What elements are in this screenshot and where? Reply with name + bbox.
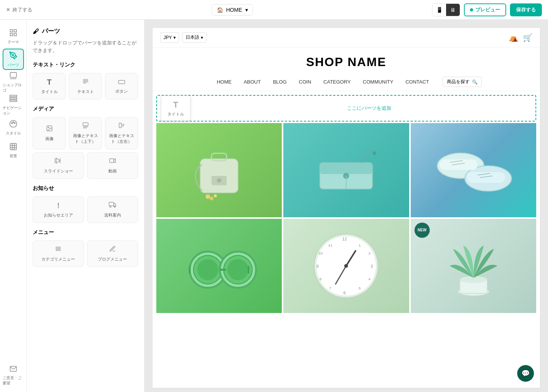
part-item-video[interactable]: 動画 [87,152,138,179]
svg-marker-33 [56,158,60,163]
product-cell-2[interactable] [283,123,409,217]
svg-text:3: 3 [371,264,373,269]
category-menu-icon [55,245,62,254]
product-cell-4[interactable] [156,219,282,313]
parts-grid-media: 画像 画像とテキスト（上下） [33,117,138,149]
sidebar-item-label: ご意見・ご要望 [3,375,24,386]
part-label: ボタン [115,89,128,94]
sidebar-item-theme[interactable]: テーマ [3,26,24,47]
chat-button[interactable]: 💬 [517,365,534,382]
svg-point-12 [13,122,14,123]
sidebar-item-style[interactable]: スタイル [3,117,24,138]
svg-rect-23 [118,81,125,84]
part-item-shipping[interactable]: 送料案内 [87,196,138,223]
part-label: テキスト [77,89,94,95]
nav-item-contact[interactable]: CONTACT [399,77,435,87]
search-bar[interactable]: 商品を探す 🔍 [443,77,482,87]
nav-item-coin[interactable]: COIN [293,77,318,87]
part-label: ブログメニュー [98,256,127,262]
part-item-slideshow[interactable]: スライドショー [33,152,84,179]
part-item-image[interactable]: 画像 [33,117,66,149]
nav-item-about[interactable]: ABOUT [238,77,267,87]
desktop-device-button[interactable]: 🖥 [446,4,460,16]
svg-text:2: 2 [369,251,371,255]
part-item-notification[interactable]: ! お知らせエリア [33,196,84,223]
canvas-wrapper: JPY ▾ 日本語 ▾ ⛺ 🛒 SHOP NAME HOME [152,27,540,388]
svg-point-56 [373,151,376,155]
currency-select[interactable]: JPY ▾ [160,32,179,43]
svg-point-25 [48,127,49,128]
parts-panel-title: 🖌 パーツ [33,27,138,35]
sidebar-item-shop-logo[interactable]: ショップロゴ [3,71,24,93]
save-button[interactable]: 保存する [510,3,542,16]
svg-rect-29 [119,123,121,128]
parts-grid-media-2: スライドショー 動画 [33,152,138,179]
tent-icon: ⛺ [509,33,518,42]
part-label: タイトル [41,89,58,95]
svg-text:10: 10 [319,251,323,255]
svg-text:4: 4 [369,277,371,281]
top-bar-right: 📱 🖥 プレビュー 保存する [432,3,542,16]
part-label: 送料案内 [104,212,121,218]
svg-text:8: 8 [319,277,322,281]
drop-zone: T タイトル ここにパーツを追加 [156,95,536,122]
svg-rect-8 [10,98,16,99]
product-cell-1[interactable] [156,123,282,217]
product-cell-5[interactable]: 12 3 6 9 1 2 4 5 7 8 10 11 [283,219,409,313]
mobile-device-button[interactable]: 📱 [432,4,446,16]
top-bar: ✕ 終了する 🏠 HOME ▾ 📱 🖥 プレビュー 保存する [0,0,548,20]
sidebar-item-label: スタイル [6,131,21,136]
shop-header-right: ⛺ 🛒 [509,33,532,42]
drop-zone-floating-card[interactable]: T タイトル [161,96,191,121]
part-item-category-menu[interactable]: カテゴリメニュー [33,240,84,267]
section-title-menu: メニュー [33,229,138,236]
top-bar-center: 🏠 HOME ▾ [212,4,253,16]
nav-item-category[interactable]: CATEGORY [317,77,357,87]
page-select-dropdown[interactable]: 🏠 HOME ▾ [212,4,253,16]
notification-icon: ! [57,201,60,210]
exit-button[interactable]: ✕ 終了する [6,6,32,13]
part-item-image-text-lr[interactable]: 画像とテキスト（左右） [105,117,138,149]
svg-rect-7 [10,95,16,96]
palette-icon [9,120,17,130]
shipping-icon [109,201,116,210]
preview-button[interactable]: プレビュー [464,3,506,16]
image-text-tb-icon [82,122,89,131]
chevron-down-icon: ▾ [201,35,203,40]
sidebar-item-label: ナビゲーション [3,105,24,116]
main-layout: テーマ パーツ ショップロゴ [0,20,548,392]
svg-point-48 [217,178,221,183]
page-select-label: HOME [226,7,242,13]
part-item-text[interactable]: テキスト [69,73,102,100]
language-value: 日本語 [186,34,199,41]
nav-item-community[interactable]: COMMUNITY [357,77,399,87]
parts-panel: 🖌 パーツ ドラッグ＆ドロップでパーツを追加することができます。 テキスト・リン… [27,20,145,392]
svg-text:5: 5 [359,286,361,290]
svg-rect-38 [109,202,113,206]
nav-item-blog[interactable]: BLOG [267,77,293,87]
parts-grid-notice: ! お知らせエリア 送料案内 [33,196,138,223]
part-item-blog-menu[interactable]: ブログメニュー [87,240,138,267]
chevron-down-icon: ▾ [173,35,176,40]
sidebar-item-navigation[interactable]: ナビゲーション [3,94,24,115]
svg-rect-1 [14,29,16,32]
svg-rect-9 [10,100,16,101]
svg-point-4 [12,54,14,56]
background-icon [9,142,17,152]
product-cell-6[interactable]: NEW [411,219,536,313]
part-item-title[interactable]: T タイトル [33,73,66,100]
sidebar-item-background[interactable]: 背景 [3,140,24,161]
svg-text:6: 6 [343,291,346,295]
sidebar-item-label: ショップロゴ [3,82,24,93]
close-icon: ✕ [6,7,10,13]
sidebar-item-parts[interactable]: パーツ [3,49,24,70]
svg-rect-5 [10,72,16,77]
nav-item-home[interactable]: HOME [211,77,238,87]
language-select[interactable]: 日本語 ▾ [182,32,206,43]
sidebar-item-label: 背景 [10,153,17,159]
part-item-image-text-tb[interactable]: 画像とテキスト（上下） [69,117,102,149]
part-item-button[interactable]: ボタン [105,73,138,100]
product-cell-3[interactable] [411,123,536,217]
sidebar-item-contact[interactable]: ご意見・ご要望 [3,365,24,386]
svg-text:1: 1 [359,243,361,247]
